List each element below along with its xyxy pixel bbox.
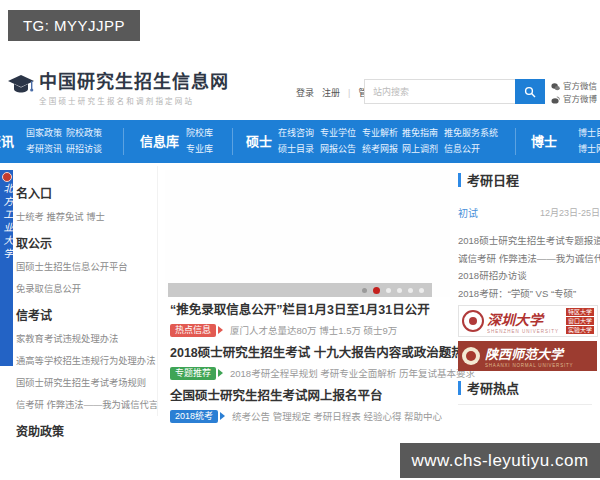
- news-sublinks[interactable]: 2018考研全程早规划 考研专业全面解析 历年复试基本要求: [230, 366, 475, 380]
- carousel-dot-1[interactable]: [362, 288, 367, 293]
- nav-link-national-policy[interactable]: 国家政策: [26, 126, 62, 142]
- nav-divider-2: [232, 128, 233, 155]
- nav-section-info-db[interactable]: 信息库: [140, 120, 179, 163]
- wechat-label: 官方微信: [563, 80, 597, 93]
- news-meta: 专题推荐 2018考研全程早规划 考研专业全面解析 历年复试基本要求: [170, 366, 452, 380]
- nav-col-master-2: 专业学位 网报公告: [320, 126, 356, 157]
- news-headline[interactable]: 全国硕士研究生招生考试网上报名平台: [170, 389, 452, 404]
- nav-link-school-db[interactable]: 院校库: [186, 126, 213, 142]
- site-logo[interactable]: 中国研究生招生信息网 全国硕士研究生报名和调剂指定网站: [8, 72, 229, 106]
- nav-col-master-5: 推免服务系统 信息公开: [444, 126, 498, 157]
- badge-arrow-icon: [220, 412, 225, 420]
- nav-col-policy: 国家政策 考研资讯: [26, 126, 62, 157]
- shenzhen-university-name: 深圳大学: [487, 309, 566, 329]
- nav-link-phd-report[interactable]: 博士网报: [578, 142, 600, 158]
- sidebar-link-row[interactable]: 通高等学校招生违规行为处理办法: [16, 353, 157, 367]
- vertical-banner-text: 北方工业大学: [1, 183, 13, 261]
- news-list: “推免录取信息公开”栏目1月3日至1月31日公开 热点信息 厦门人才总量达80万…: [170, 303, 452, 432]
- register-link[interactable]: 注册: [322, 86, 340, 99]
- official-weibo-link[interactable]: 官方微博: [551, 93, 597, 106]
- nav-link-online-adjust[interactable]: 网上调剂: [402, 142, 438, 158]
- carousel-banner[interactable]: [165, 170, 450, 297]
- graduation-cap-icon: [8, 74, 34, 96]
- shenzhen-university-seal-icon: [462, 310, 484, 332]
- right-column: 考研日程 初试 12月23日-25日 2018硕士研究生招生考试专题报道 诚信考…: [458, 170, 600, 320]
- schedule-section-title: 考研日程: [458, 170, 600, 189]
- nav-section-phd[interactable]: 博士: [531, 120, 557, 163]
- sidebar-link-row[interactable]: 国硕士研究生招生考试考场规则: [16, 375, 157, 389]
- nav-link-tuimian-guide[interactable]: 推免指南: [402, 126, 438, 142]
- nav-link-school-policy[interactable]: 院校政策: [66, 126, 102, 142]
- sidebar-link-row[interactable]: 士统考 推荐免试 博士: [16, 209, 157, 223]
- carousel-dot-2-active[interactable]: [373, 287, 380, 294]
- shaanxi-university-name: 陕西师范大学: [485, 344, 573, 363]
- news-badge-exam[interactable]: 2018统考: [170, 410, 218, 423]
- nav-link-professional-degree[interactable]: 专业学位: [320, 126, 356, 142]
- weibo-label: 官方微博: [563, 93, 597, 106]
- vertical-university-ad-banner[interactable]: 北方工业大学: [0, 170, 13, 366]
- sidebar-section-funding: 资助政策: [16, 422, 157, 439]
- section-accent-bar: [458, 381, 461, 395]
- badge-arrow-icon: [218, 369, 223, 377]
- news-headline[interactable]: “推免录取信息公开”栏目1月3日至1月31日公开: [170, 303, 452, 318]
- schedule-item[interactable]: 2018考研：“学硕” VS “专硕”: [458, 285, 600, 303]
- nav-col-databases: 院校库 专业库: [186, 126, 213, 157]
- nav-link-interview[interactable]: 研招访谈: [66, 142, 102, 158]
- main-nav: 资讯 国家政策 考研资讯 院校政策 研招访谈 信息库 院校库 专业库 硕士 在线…: [0, 120, 600, 163]
- carousel-dot-4[interactable]: [397, 288, 402, 293]
- nav-divider-1: [123, 128, 124, 155]
- schedule-item[interactable]: 2018研招办访谈: [458, 267, 600, 285]
- sidebar-link-row[interactable]: 信考研 作弊违法——我为诚信代言: [16, 397, 157, 411]
- left-sidebar: 名入口 士统考 推荐免试 博士 取公示 国硕士生招生信息公开平台 免录取信息公开…: [0, 163, 157, 443]
- site-watermark: www.chs-leyutiyu.com: [400, 443, 600, 478]
- nav-link-tuimian-system[interactable]: 推免服务系统: [444, 126, 498, 142]
- schedule-item[interactable]: 2018硕士研究生招生考试专题报道: [458, 232, 600, 250]
- news-headline[interactable]: 2018硕士研究生招生考试 十九大报告内容或政治题热点: [170, 346, 452, 361]
- nav-section-zixun[interactable]: 资讯: [0, 120, 14, 163]
- sidebar-link-row[interactable]: 免录取信息公开: [16, 281, 157, 295]
- shenzhen-university-ad[interactable]: 深圳大学 SHENZHEN UNIVERSITY 特区大学 窗口大学 实验大学: [458, 305, 598, 337]
- schedule-date-range: 12月23日-25日: [540, 206, 600, 219]
- carousel-dot-3[interactable]: [386, 288, 391, 293]
- nav-link-info-disclosure[interactable]: 信息公开: [444, 142, 498, 158]
- shaanxi-university-name-en: SHAANXI NORMAL UNIVERSITY: [485, 363, 573, 368]
- nav-link-major-analysis[interactable]: 专业解析: [362, 126, 398, 142]
- nav-link-major-db[interactable]: 专业库: [186, 142, 213, 158]
- badge-arrow-icon: [218, 326, 223, 334]
- carousel-dot-6[interactable]: [419, 288, 424, 293]
- sidebar-section-signup: 名入口: [16, 184, 157, 201]
- nav-link-master-catalog[interactable]: 硕士目录: [278, 142, 314, 158]
- nav-col-school-policy: 院校政策 研招访谈: [66, 126, 102, 157]
- sidebar-section-integrity: 信考试: [16, 306, 157, 323]
- news-sublinks[interactable]: 统考公告 管理规定 考研日程表 经验心得 帮助中心: [232, 409, 442, 423]
- social-links: 官方微信 官方微博: [551, 80, 597, 106]
- search-button[interactable]: [515, 79, 545, 104]
- news-badge-topic[interactable]: 专题推荐: [170, 367, 216, 380]
- official-wechat-link[interactable]: 官方微信: [551, 80, 597, 93]
- nav-col-phd: 博士目录 博士网报: [578, 126, 600, 157]
- sidebar-link-row[interactable]: 国硕士生招生信息公开平台: [16, 259, 157, 273]
- links-divider: |: [348, 88, 350, 98]
- wechat-icon: [551, 83, 560, 91]
- search-input[interactable]: [365, 80, 515, 103]
- sidebar-divider: [157, 166, 158, 416]
- news-meta: 2018统考 统考公告 管理规定 考研日程表 经验心得 帮助中心: [170, 409, 452, 423]
- carousel-dot-5[interactable]: [408, 288, 413, 293]
- shaanxi-normal-university-ad[interactable]: 陕西师范大学 SHAANXI NORMAL UNIVERSITY: [458, 341, 597, 371]
- sidebar-link-row[interactable]: 家教育考试违规处理办法: [16, 331, 157, 345]
- schedule-item[interactable]: 诚信考研 作弊违法——我为诚信代言: [458, 250, 600, 268]
- nav-col-master-1: 在线咨询 硕士目录: [278, 126, 314, 157]
- news-badge-hot[interactable]: 热点信息: [170, 324, 216, 337]
- news-item: 2018硕士研究生招生考试 十九大报告内容或政治题热点 专题推荐 2018考研全…: [170, 346, 452, 380]
- nav-link-online-consult[interactable]: 在线咨询: [278, 126, 314, 142]
- nav-link-netreport-notice[interactable]: 网报公告: [320, 142, 356, 158]
- nav-link-unified-exam-report[interactable]: 统考网报: [362, 142, 398, 158]
- shenzhen-ad-text: 深圳大学 SHENZHEN UNIVERSITY: [487, 309, 566, 334]
- news-sublinks[interactable]: 厦门人才总量达80万 博士1.5万 硕士9万: [230, 323, 397, 337]
- nav-link-kaoyan-news[interactable]: 考研资讯: [26, 142, 62, 158]
- nav-section-master[interactable]: 硕士: [246, 120, 272, 163]
- nav-link-phd-catalog[interactable]: 博士目录: [578, 126, 600, 142]
- login-link[interactable]: 登录: [296, 86, 314, 99]
- logo-text: 中国研究生招生信息网 全国硕士研究生报名和调剂指定网站: [39, 72, 229, 106]
- tagline: 实验大学: [566, 326, 594, 334]
